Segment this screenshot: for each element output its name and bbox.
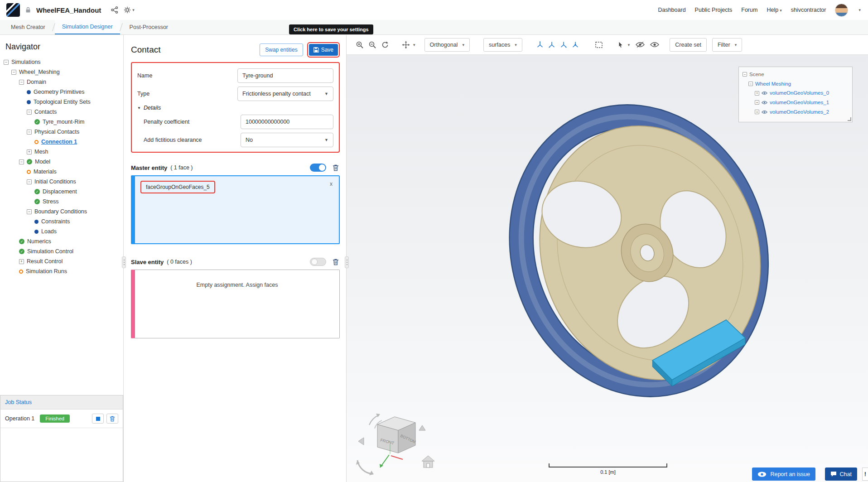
penalty-coefficient-input[interactable] (241, 115, 333, 129)
collapse-icon[interactable]: − (19, 159, 24, 164)
refresh-view-icon[interactable] (379, 39, 391, 51)
view-isometric-icon[interactable] (569, 39, 581, 51)
panel-splitter-handle[interactable] (122, 256, 126, 268)
expand-icon[interactable]: + (755, 100, 759, 105)
slave-clear-button[interactable] (333, 258, 339, 265)
tree-item-physical-contacts[interactable]: −Physical Contacts (0, 127, 123, 137)
collapse-icon[interactable]: − (4, 60, 9, 65)
collapse-icon[interactable]: − (27, 130, 32, 135)
stop-operation-button[interactable] (92, 414, 104, 424)
report-issue-button[interactable]: Report an issue (752, 468, 815, 481)
tab-post-processor[interactable]: Post-Processor (122, 20, 175, 34)
collapse-icon[interactable]: − (11, 70, 16, 75)
filter-dropdown[interactable]: Filter▾ (712, 38, 742, 52)
master-entity-toggle[interactable] (310, 164, 326, 172)
tree-item-simulations[interactable]: −Simulations (0, 57, 123, 67)
navigation-cube[interactable]: FRONT BOTTOM (351, 408, 446, 480)
expand-icon[interactable]: + (27, 149, 32, 154)
panel-splitter-handle[interactable] (345, 256, 349, 268)
tree-item-materials[interactable]: Materials (0, 167, 123, 177)
scene-volume-item[interactable]: +volumeOnGeoVolumes_0 (743, 88, 849, 98)
nav-public-projects[interactable]: Public Projects (695, 7, 733, 13)
expand-icon[interactable]: + (755, 91, 759, 96)
collapse-icon[interactable]: − (19, 80, 24, 85)
tree-item-tyre-mount-rim[interactable]: ✓Tyre_mount-Rim (0, 117, 123, 127)
scene-group-item[interactable]: − Wheel Meshing (743, 79, 849, 89)
tree-item-mesh[interactable]: +Mesh (0, 147, 123, 157)
collapse-icon[interactable]: − (743, 72, 747, 77)
nav-help[interactable]: Help▾ (767, 7, 781, 13)
show-all-icon[interactable] (649, 39, 661, 51)
box-select-icon[interactable] (593, 39, 605, 51)
projection-dropdown[interactable]: Orthogonal▾ (424, 38, 470, 52)
tree-item-constraints[interactable]: Constraints (0, 217, 123, 227)
chevron-down-icon[interactable]: ▾ (413, 43, 415, 47)
chat-button[interactable]: Chat (825, 468, 857, 481)
scene-volume-item[interactable]: +volumeOnGeoVolumes_2 (743, 107, 849, 117)
create-set-button[interactable]: Create set (670, 38, 707, 52)
expand-icon[interactable]: + (755, 110, 759, 114)
view-axis-y-icon[interactable] (546, 39, 558, 51)
pan-move-icon[interactable] (400, 39, 412, 51)
tab-mesh-creator[interactable]: Mesh Creator (4, 20, 53, 34)
chevron-down-icon[interactable]: ▾ (858, 8, 861, 12)
viewport-canvas[interactable]: − Scene − Wheel Meshing +volumeOnGeoVolu… (347, 55, 868, 482)
view-axis-x-icon[interactable] (534, 39, 546, 51)
tree-item-connection-1[interactable]: Connection 1 (0, 137, 123, 147)
slave-assignment-box[interactable]: Empty assignment. Assign faces (131, 270, 340, 338)
tree-item-label: Stress (43, 198, 58, 205)
tree-item-geometry-primitives[interactable]: Geometry Primitives (0, 87, 123, 97)
resize-handle[interactable] (848, 117, 851, 121)
save-button[interactable]: Save (309, 44, 338, 56)
view-axis-z-icon[interactable] (558, 39, 569, 51)
tree-item-topological-entity-sets[interactable]: Topological Entity Sets (0, 97, 123, 107)
tree-item-wheel-meshing[interactable]: −Wheel_Meshing (0, 67, 123, 77)
tree-item-numerics[interactable]: ✓Numerics (0, 236, 123, 246)
scene-volume-item[interactable]: +volumeOnGeoVolumes_1 (743, 98, 849, 107)
tree-item-displacement[interactable]: ✓Displacement (0, 187, 123, 197)
expand-icon[interactable]: + (19, 259, 24, 264)
type-select[interactable]: Frictionless penalty contact▼ (237, 87, 333, 101)
avatar[interactable] (835, 4, 848, 17)
tree-item-result-control[interactable]: +Result Control (0, 256, 123, 266)
delete-operation-button[interactable] (106, 414, 118, 424)
zoom-in-icon[interactable] (354, 39, 366, 51)
tree-item-stress[interactable]: ✓Stress (0, 197, 123, 207)
master-clear-button[interactable] (333, 164, 339, 171)
collapse-icon[interactable]: − (27, 110, 32, 115)
app-logo[interactable] (6, 3, 20, 17)
collapse-icon[interactable]: − (748, 82, 753, 86)
tree-item-simulation-runs[interactable]: Simulation Runs (0, 266, 123, 276)
master-assignment-box[interactable]: faceGroupOnGeoFaces_5 x (131, 175, 340, 244)
zoom-out-icon[interactable] (366, 39, 378, 51)
notification-sliver[interactable]: ! (862, 468, 868, 481)
hide-selection-icon[interactable] (634, 39, 646, 51)
nav-dashboard[interactable]: Dashboard (658, 7, 685, 13)
tree-item-initial-conditions[interactable]: −Initial Conditions (0, 177, 123, 187)
chevron-down-icon: ▾ (780, 8, 782, 13)
nav-forum[interactable]: Forum (741, 7, 757, 13)
tree-item-simulation-control[interactable]: ✓Simulation Control (0, 246, 123, 256)
select-cursor-icon[interactable] (615, 39, 627, 51)
master-face-group-chip[interactable]: faceGroupOnGeoFaces_5 (140, 181, 215, 193)
name-input[interactable] (237, 68, 333, 83)
scene-root-item[interactable]: − Scene (743, 70, 849, 79)
tree-item-model[interactable]: −✓Model (0, 157, 123, 167)
tree-item-domain[interactable]: −Domain (0, 77, 123, 87)
tree-item-boundary-conditions[interactable]: −Boundary Conditions (0, 207, 123, 217)
settings-gear-icon[interactable]: ▾ (124, 6, 135, 14)
details-toggle[interactable]: ▼ Details (137, 105, 333, 111)
collapse-icon[interactable]: − (27, 209, 32, 214)
fictitious-clearance-select[interactable]: No▼ (241, 133, 333, 147)
tab-simulation-designer[interactable]: Simulation Designer (55, 20, 120, 34)
username[interactable]: shivcontractor (791, 7, 826, 13)
collapse-icon[interactable]: − (27, 179, 32, 184)
share-icon[interactable] (111, 6, 118, 14)
swap-entities-button[interactable]: Swap entities (260, 43, 303, 56)
chevron-down-icon[interactable]: ▾ (628, 43, 630, 47)
remove-assignment-button[interactable]: x (330, 181, 333, 187)
tree-item-loads[interactable]: Loads (0, 227, 123, 236)
tree-item-contacts[interactable]: −Contacts (0, 107, 123, 117)
render-mode-dropdown[interactable]: surfaces▾ (483, 38, 522, 52)
slave-entity-toggle[interactable] (310, 258, 326, 266)
